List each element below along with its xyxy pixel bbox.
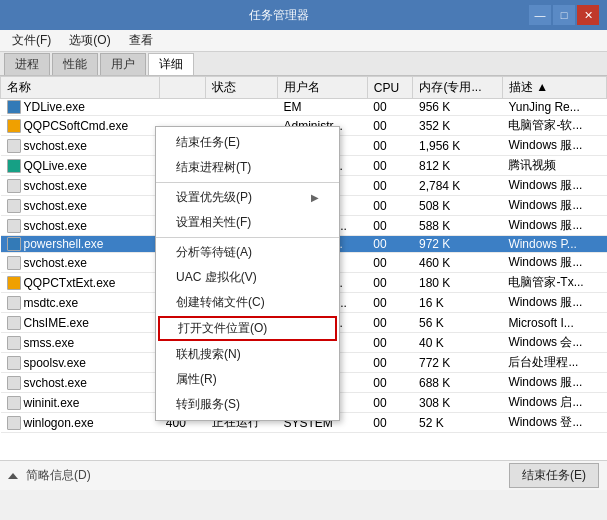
proc-name: ChsIME.exe bbox=[24, 316, 89, 330]
proc-name-cell: spoolsv.exe bbox=[1, 353, 160, 373]
ctx-item-label: 转到服务(S) bbox=[176, 396, 240, 413]
proc-cpu: 00 bbox=[367, 333, 413, 353]
ctx-menu-item[interactable]: 设置优先级(P)▶ bbox=[156, 185, 339, 210]
proc-name-cell: svchost.exe bbox=[1, 176, 160, 196]
proc-desc: Microsoft I... bbox=[502, 313, 606, 333]
proc-mem: 460 K bbox=[413, 253, 502, 273]
menu-file[interactable]: 文件(F) bbox=[4, 31, 59, 51]
proc-name: wininit.exe bbox=[24, 396, 80, 410]
proc-desc: 电脑管家-Tx... bbox=[502, 273, 606, 293]
proc-mem: 956 K bbox=[413, 99, 502, 116]
proc-name-cell: svchost.exe bbox=[1, 253, 160, 273]
ctx-menu-item[interactable]: 结束任务(E) bbox=[156, 130, 339, 155]
proc-icon bbox=[7, 179, 21, 193]
proc-desc: Windows 服... bbox=[502, 216, 606, 236]
proc-icon bbox=[7, 119, 21, 133]
menu-view[interactable]: 查看 bbox=[121, 31, 161, 51]
proc-cpu: 00 bbox=[367, 393, 413, 413]
proc-mem: 2,784 K bbox=[413, 176, 502, 196]
proc-cpu: 00 bbox=[367, 353, 413, 373]
ctx-item-label: 设置优先级(P) bbox=[176, 189, 252, 206]
proc-icon bbox=[7, 139, 21, 153]
proc-cpu: 00 bbox=[367, 373, 413, 393]
status-label[interactable]: 简略信息(D) bbox=[26, 467, 91, 484]
proc-desc: Windows 服... bbox=[502, 136, 606, 156]
tab-processes[interactable]: 进程 bbox=[4, 53, 50, 75]
ctx-menu-item[interactable]: 转到服务(S) bbox=[156, 392, 339, 417]
ctx-item-label: 结束任务(E) bbox=[176, 134, 240, 151]
submenu-arrow-icon: ▶ bbox=[311, 192, 319, 203]
proc-mem: 588 K bbox=[413, 216, 502, 236]
ctx-separator bbox=[156, 237, 339, 238]
proc-cpu: 00 bbox=[367, 136, 413, 156]
proc-cpu: 00 bbox=[367, 196, 413, 216]
col-header-cpu[interactable]: CPU bbox=[367, 77, 413, 99]
ctx-item-label: 打开文件位置(O) bbox=[178, 320, 267, 337]
proc-name: svchost.exe bbox=[24, 199, 87, 213]
col-header-pid[interactable] bbox=[160, 77, 206, 99]
ctx-menu-item[interactable]: 结束进程树(T) bbox=[156, 155, 339, 180]
proc-name-cell: svchost.exe bbox=[1, 196, 160, 216]
col-header-desc[interactable]: 描述 ▲ bbox=[502, 77, 606, 99]
proc-name: winlogon.exe bbox=[24, 416, 94, 430]
proc-desc: Windows 服... bbox=[502, 293, 606, 313]
title-bar: 任务管理器 — □ ✕ bbox=[0, 0, 607, 30]
ctx-menu-item[interactable]: UAC 虚拟化(V) bbox=[156, 265, 339, 290]
proc-name: QQPCTxtExt.exe bbox=[24, 276, 116, 290]
ctx-item-label: 属性(R) bbox=[176, 371, 217, 388]
close-button[interactable]: ✕ bbox=[577, 5, 599, 25]
proc-mem: 972 K bbox=[413, 236, 502, 253]
minimize-button[interactable]: — bbox=[529, 5, 551, 25]
tab-performance[interactable]: 性能 bbox=[52, 53, 98, 75]
ctx-menu-item[interactable]: 属性(R) bbox=[156, 367, 339, 392]
col-header-mem[interactable]: 内存(专用... bbox=[413, 77, 502, 99]
proc-desc: Windows 会... bbox=[502, 333, 606, 353]
proc-name-cell: wininit.exe bbox=[1, 393, 160, 413]
maximize-button[interactable]: □ bbox=[553, 5, 575, 25]
col-header-user[interactable]: 用户名 bbox=[278, 77, 368, 99]
proc-name: svchost.exe bbox=[24, 376, 87, 390]
proc-mem: 688 K bbox=[413, 373, 502, 393]
proc-cpu: 00 bbox=[367, 236, 413, 253]
table-row[interactable]: YDLive.exe EM 00 956 K YunJing Re... bbox=[1, 99, 607, 116]
proc-desc: Windows P... bbox=[502, 236, 606, 253]
ctx-item-label: 结束进程树(T) bbox=[176, 159, 251, 176]
proc-name-cell: smss.exe bbox=[1, 333, 160, 353]
proc-cpu: 00 bbox=[367, 293, 413, 313]
tab-users[interactable]: 用户 bbox=[100, 53, 146, 75]
col-header-status[interactable]: 状态 bbox=[206, 77, 278, 99]
menu-options[interactable]: 选项(O) bbox=[61, 31, 118, 51]
main-content: 名称 状态 用户名 CPU 内存(专用... 描述 ▲ YDLive.exe E… bbox=[0, 76, 607, 490]
proc-cpu: 00 bbox=[367, 313, 413, 333]
ctx-item-label: 联机搜索(N) bbox=[176, 346, 241, 363]
ctx-menu-item[interactable]: 联机搜索(N) bbox=[156, 342, 339, 367]
chevron-up-icon bbox=[8, 473, 18, 479]
proc-icon bbox=[7, 159, 21, 173]
end-task-button[interactable]: 结束任务(E) bbox=[509, 463, 599, 488]
proc-mem: 180 K bbox=[413, 273, 502, 293]
proc-mem: 1,956 K bbox=[413, 136, 502, 156]
proc-desc: Windows 启... bbox=[502, 393, 606, 413]
proc-name-cell: svchost.exe bbox=[1, 373, 160, 393]
proc-desc: YunJing Re... bbox=[502, 99, 606, 116]
ctx-menu-item[interactable]: 打开文件位置(O) bbox=[158, 316, 337, 341]
ctx-item-label: UAC 虚拟化(V) bbox=[176, 269, 257, 286]
proc-cpu: 00 bbox=[367, 253, 413, 273]
ctx-menu-item[interactable]: 设置相关性(F) bbox=[156, 210, 339, 235]
proc-mem: 16 K bbox=[413, 293, 502, 313]
ctx-menu-item[interactable]: 创建转储文件(C) bbox=[156, 290, 339, 315]
proc-cpu: 00 bbox=[367, 156, 413, 176]
proc-name-cell: QQPCTxtExt.exe bbox=[1, 273, 160, 293]
proc-name-cell: svchost.exe bbox=[1, 216, 160, 236]
status-info[interactable]: 简略信息(D) bbox=[8, 467, 91, 484]
proc-name-cell: YDLive.exe bbox=[1, 99, 160, 116]
proc-name-cell: ChsIME.exe bbox=[1, 313, 160, 333]
ctx-menu-item[interactable]: 分析等待链(A) bbox=[156, 240, 339, 265]
ctx-item-label: 设置相关性(F) bbox=[176, 214, 251, 231]
proc-icon bbox=[7, 336, 21, 350]
col-header-name[interactable]: 名称 bbox=[1, 77, 160, 99]
proc-mem: 40 K bbox=[413, 333, 502, 353]
proc-name: QQLive.exe bbox=[24, 159, 87, 173]
tab-details[interactable]: 详细 bbox=[148, 53, 194, 75]
proc-name: smss.exe bbox=[24, 336, 75, 350]
